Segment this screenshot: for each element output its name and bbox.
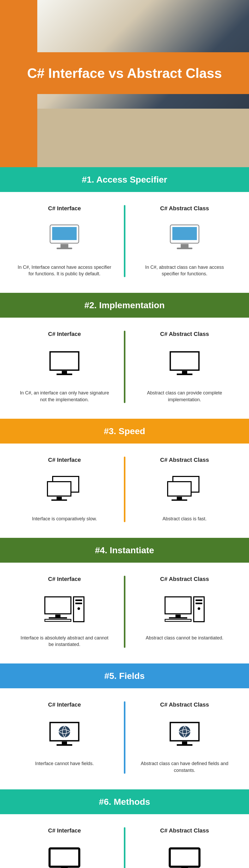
svg-rect-17 [51,499,67,501]
compare-block-6: C# Interface Interface has only abstract… [0,814,249,868]
svg-rect-45 [177,744,192,746]
divider [124,576,126,648]
right-text: Abstract class can have defined fields a… [138,761,232,773]
divider [124,331,126,403]
compare-block-2: C# Interface In C#, an interface can onl… [0,318,249,418]
svg-rect-3 [57,248,72,249]
compare-block-5: C# Interface Interface cannot have field… [0,688,249,789]
page-title: C# Interface vs Abstract Class [10,65,239,81]
svg-rect-30 [165,597,191,614]
svg-rect-6 [181,244,188,248]
globe-monitor-icon [136,716,234,752]
svg-point-43 [179,726,190,737]
divider [124,701,126,773]
left-title: C# Interface [15,576,113,583]
right-column: C# Abstract Class Abstract class can hav… [128,701,242,773]
left-title: C# Interface [15,457,113,463]
left-text: In C#, Interface cannot have access spec… [17,264,111,277]
dual-monitor-icon [136,471,234,508]
svg-rect-19 [168,482,191,496]
svg-rect-49 [170,848,200,867]
svg-rect-10 [57,374,72,375]
svg-rect-46 [49,848,79,867]
svg-rect-23 [55,615,61,617]
svg-rect-41 [57,744,72,746]
left-column: C# Interface In C#, Interface cannot hav… [8,205,121,277]
svg-rect-13 [177,374,192,375]
svg-rect-21 [172,499,187,501]
svg-rect-20 [177,497,182,499]
svg-rect-24 [49,617,67,619]
section-header-2: #2. Implementation [0,293,249,318]
svg-rect-22 [45,597,71,614]
svg-rect-9 [62,371,67,374]
compare-block-1: C# Interface In C#, Interface cannot hav… [0,192,249,293]
svg-rect-36 [195,602,202,604]
svg-rect-11 [170,352,199,370]
compare-block-4: C# Interface Interface is absolutely abs… [0,563,249,663]
left-title: C# Interface [15,827,113,834]
svg-rect-5 [172,227,197,240]
svg-rect-44 [182,742,187,744]
right-text: Abstract class can provide complete impl… [138,390,232,403]
right-text: Abstract class cannot be instantiated. [138,635,232,641]
left-text: In C#, an interface can only have signat… [17,390,111,403]
left-text: Interface is comparatively slow. [17,516,111,522]
monitor-icon [15,345,113,382]
right-text: In C#, abstract class can have access sp… [138,264,232,277]
divider [124,827,126,868]
left-column: C# Interface Interface is absolutely abs… [8,576,121,648]
left-column: C# Interface In C#, an interface can onl… [8,331,121,403]
section-header-1: #1. Access Specifier [0,167,249,192]
svg-rect-12 [182,371,187,374]
svg-rect-16 [57,497,62,499]
left-text: Interface is absolutely abstract and can… [17,635,111,648]
svg-rect-35 [195,599,202,601]
compare-block-3: C# Interface Interface is comparatively … [0,443,249,538]
globe-monitor-icon [15,716,113,752]
svg-rect-25 [45,619,71,621]
section-header-5: #5. Fields [0,663,249,688]
desktop-pc-icon [136,590,234,627]
left-title: C# Interface [15,205,113,212]
right-column: C# Abstract Class Abstract class can pro… [128,331,242,403]
right-title: C# Abstract Class [136,827,234,834]
right-column: C# Abstract Class In C#, abstract class … [128,205,242,277]
section-header-3: #3. Speed [0,419,249,443]
right-title: C# Abstract Class [136,205,234,212]
right-title: C# Abstract Class [136,331,234,338]
divider [124,457,126,522]
hero-banner: C# Interface vs Abstract Class [0,0,249,167]
svg-rect-2 [61,244,68,248]
hero-title-band: C# Interface vs Abstract Class [0,52,249,94]
right-column: C# Abstract Class Abstract class is fast… [128,457,242,522]
svg-rect-1 [52,227,77,240]
right-title: C# Abstract Class [136,576,234,583]
svg-point-29 [77,607,80,610]
svg-rect-7 [177,248,192,249]
monitor-thick-icon [136,842,234,868]
svg-rect-8 [50,352,79,370]
left-title: C# Interface [15,701,113,708]
divider [124,205,126,277]
monitor-icon [136,345,234,382]
right-title: C# Abstract Class [136,457,234,463]
monitor-thick-icon [15,842,113,868]
svg-rect-31 [175,615,181,617]
svg-rect-32 [169,617,187,619]
svg-rect-15 [47,482,71,496]
section-header-4: #4. Instantiate [0,538,249,563]
imac-icon [136,220,234,256]
imac-icon [15,220,113,256]
svg-rect-28 [75,602,82,604]
left-column: C# Interface Interface cannot have field… [8,701,121,773]
left-column: C# Interface Interface is comparatively … [8,457,121,522]
left-column: C# Interface Interface has only abstract… [8,827,121,868]
svg-rect-27 [75,599,82,601]
right-text: Abstract class is fast. [138,516,232,522]
dual-monitor-icon [15,471,113,508]
right-column: C# Abstract Class Abstract class cannot … [128,576,242,648]
desktop-pc-icon [15,590,113,627]
svg-rect-33 [165,619,191,621]
left-title: C# Interface [15,331,113,338]
